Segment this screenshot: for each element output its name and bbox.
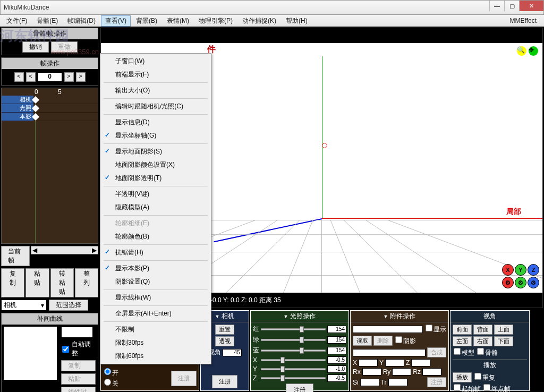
bone-ops-header: 骨骼/帧操作 [2, 28, 98, 39]
menu-item[interactable]: ✓显示本影(P) [101, 262, 210, 275]
menu-item[interactable]: 不限制 [101, 323, 210, 336]
frame-整列[interactable]: 整列 [75, 268, 98, 297]
camera-reset[interactable]: 重置 [215, 325, 234, 335]
interp-linear[interactable]: 线性过渡 [61, 387, 96, 392]
frame-粘贴[interactable]: 粘贴 [26, 268, 49, 297]
menu-item[interactable]: 限制30fps [101, 336, 210, 350]
menu-5[interactable]: 表情(M) [163, 15, 193, 27]
gizmo-magnify-icon[interactable]: 🔍 [517, 46, 526, 56]
gizmo-rz[interactable]: ⚙ [528, 277, 539, 288]
menu-7[interactable]: 动作捕捉(K) [238, 15, 280, 27]
menu-item[interactable]: 显示线框(W) [101, 291, 210, 304]
menu-item[interactable]: ✓显示坐标轴(G) [101, 129, 210, 142]
menu-item[interactable]: 轮廓粗细(E) [101, 217, 210, 230]
undo-button[interactable]: 撤销 [22, 41, 49, 53]
redo-button[interactable]: 重做 [51, 41, 78, 53]
interp-header: 补间曲线 [2, 313, 98, 325]
menu-1[interactable]: 骨骼(E) [32, 15, 62, 27]
chevron-down-icon: ▾ [41, 302, 44, 309]
gizmo-x[interactable]: X [502, 264, 514, 276]
menu-3[interactable]: 查看(V) [101, 15, 131, 27]
auto-adjust-checkbox[interactable]: 自动调整 [61, 340, 96, 358]
menu-item[interactable]: ✓抗锯齿(H) [101, 246, 210, 259]
menu-item[interactable]: 全屏显示(Alt+Enter) [101, 307, 210, 320]
menu-item[interactable]: 轮廓颜色(B) [101, 230, 210, 243]
minimize-button[interactable]: — [489, 1, 504, 11]
track-selector[interactable]: 相机▾ [1, 300, 47, 311]
interp-axis-select[interactable]: 旋转▾ [61, 327, 93, 338]
menu-item[interactable]: 子窗口(W) [101, 55, 210, 68]
frame-prev-fast[interactable]: < [14, 72, 24, 82]
frame-next-fast[interactable]: > [76, 72, 86, 82]
axis-gizmos: X Y Z ⚙ ⚙ ⚙ [502, 264, 539, 288]
frame-ops-header: 帧操作 [2, 58, 98, 69]
gizmo-y[interactable]: Y [515, 264, 526, 276]
close-button[interactable]: ✕ [519, 1, 543, 11]
menu-item[interactable]: 限制60fps [101, 350, 210, 363]
maximize-button[interactable]: ▢ [504, 1, 519, 11]
menu-item[interactable]: 阴影设置(Q) [101, 275, 210, 288]
light-slider-0[interactable] [261, 328, 326, 330]
menu-item[interactable]: 输出大小(O) [101, 84, 210, 97]
view-menu-dropdown: 子窗口(W)前端显示(F)输出大小(O)编辑时跟随相机/光照(C)显示信息(D)… [100, 53, 211, 364]
light-slider-3[interactable] [261, 359, 326, 361]
menu-item[interactable]: 半透明(V键) [101, 188, 210, 201]
current-frame-button[interactable]: 当前帧 [1, 246, 30, 266]
menu-item[interactable]: 前端显示(F) [101, 68, 210, 81]
frame-复制[interactable]: 复制 [1, 268, 24, 297]
camera-angle-input[interactable]: 45 [223, 349, 242, 356]
menu-item[interactable]: 显示信息(D) [101, 116, 210, 129]
center-marker [322, 143, 327, 148]
light-slider-1[interactable] [261, 339, 326, 341]
menu-item[interactable]: 编辑时跟随相机/光照(C) [101, 100, 210, 113]
menu-item[interactable]: ✓地面阴影透明(T) [101, 172, 210, 185]
window-title: MikuMikuDance [4, 4, 49, 11]
accessory-selector[interactable]: ▾ [353, 326, 423, 333]
interp-paste[interactable]: 粘贴 [61, 373, 96, 385]
gizmo-move-icon[interactable]: ✥ [529, 46, 538, 56]
menu-8[interactable]: 帮助(H) [282, 15, 312, 27]
frame-number-input[interactable]: 0 [38, 72, 62, 82]
frame-next[interactable]: > [64, 72, 74, 82]
light-slider-4[interactable] [261, 368, 326, 370]
gizmo-rx[interactable]: ⚙ [502, 277, 514, 288]
menu-0[interactable]: 文件(F) [2, 15, 31, 27]
gizmo-ry[interactable]: ⚙ [515, 277, 526, 288]
interp-curve-canvas[interactable] [4, 327, 57, 380]
window-titlebar: MikuMikuDance — ▢ ✕ [0, 0, 544, 15]
menu-item[interactable]: 隐藏模型(A) [101, 201, 210, 214]
light-panel: ▼光照操作 红154绿154蓝154X-0.5Y-1.0Z-0.5注册 [250, 310, 349, 391]
view-panel: 视角 前面 背面 上面 左面 右面 下面 模型 骨骼 [450, 310, 530, 391]
menu-item[interactable]: 地面阴影颜色设置(X) [101, 158, 210, 172]
left-panel: 骨骼/帧操作 撤销 重做 帧操作 < < 0 > > 0 5 相机光照本影 [0, 27, 99, 392]
menu-2[interactable]: 帧编辑(D) [63, 15, 100, 27]
frame-prev[interactable]: < [26, 72, 36, 82]
light-slider-5[interactable] [261, 377, 326, 379]
local-label: 局部 [506, 207, 521, 217]
range-select-button[interactable]: 范围选择 [49, 300, 88, 311]
menubar: 文件(F)骨骼(E)帧编辑(D)查看(V)背景(B)表情(M)物理引擎(P)动作… [0, 15, 544, 27]
camera-perspective[interactable]: 透视 [215, 336, 234, 346]
menu-4[interactable]: 背景(B) [132, 15, 162, 27]
light-slider-2[interactable] [261, 350, 326, 352]
interp-copy[interactable]: 复制 [61, 360, 96, 371]
timeline[interactable]: 0 5 相机光照本影 [1, 88, 98, 244]
menu-6[interactable]: 物理引擎(P) [194, 15, 237, 27]
model-register[interactable]: 注册 [171, 371, 197, 386]
gizmo-z[interactable]: Z [528, 264, 539, 276]
timeline-scrollbar[interactable]: ◀▶ [31, 246, 98, 254]
camera-register[interactable]: 注册 [212, 375, 237, 388]
menu-item[interactable]: ✓显示地面阴影(S) [101, 145, 210, 158]
frame-转粘贴[interactable]: 转粘贴 [50, 268, 74, 297]
mmeffect-label[interactable]: MMEffect [510, 17, 542, 24]
accessory-panel: ▼附件操作 ▾ 显示 读取 删除 阴影 合成 XYZ [350, 310, 449, 391]
